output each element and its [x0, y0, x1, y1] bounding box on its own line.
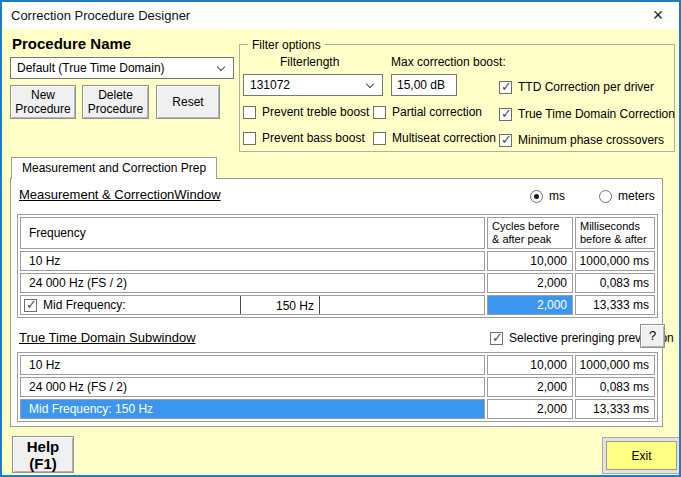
- correction-procedure-designer-window: Correction Procedure Designer × Procedur…: [0, 0, 681, 477]
- checkbox-icon: [243, 106, 256, 119]
- prevent-treble-boost-checkbox[interactable]: Prevent treble boost: [243, 105, 369, 119]
- cycles-column-header: Cycles before & after peak: [487, 217, 573, 249]
- cycles-cell[interactable]: 2,000: [487, 399, 573, 419]
- cycles-cell[interactable]: 2,000: [487, 273, 573, 293]
- checkbox-label: Prevent bass boost: [262, 131, 365, 145]
- procedure-dropdown[interactable]: Default (True Time Domain): [10, 57, 234, 79]
- new-procedure-button[interactable]: New Procedure: [10, 85, 76, 119]
- filterlength-label: Filterlength: [280, 55, 339, 69]
- delete-procedure-button[interactable]: Delete Procedure: [82, 85, 149, 119]
- cycles-cell[interactable]: 2,000: [487, 295, 573, 315]
- milliseconds-cell: 13,333 ms: [575, 295, 655, 315]
- procedure-dropdown-value: Default (True Time Domain): [17, 61, 165, 75]
- close-icon[interactable]: ×: [646, 4, 670, 27]
- checkbox-icon: [373, 132, 386, 145]
- radio-label: ms: [549, 189, 565, 203]
- milliseconds-cell: 1000,000 ms: [575, 251, 655, 271]
- measurement-correction-prep-tabpage: Measurement & CorrectionWindow ms meters…: [10, 178, 663, 427]
- measurement-correction-window-heading: Measurement & CorrectionWindow: [19, 187, 221, 202]
- table-row: Mid Frequency: 150 Hz 2,000 13,333 ms: [20, 399, 655, 419]
- frequency-cell[interactable]: Mid Frequency: 150 Hz: [20, 399, 485, 419]
- max-correction-boost-label: Max correction boost:: [391, 55, 506, 69]
- checkbox-label: Prevent treble boost: [262, 105, 369, 119]
- radio-icon: [599, 190, 612, 203]
- checkbox-label: True Time Domain Correction: [518, 107, 675, 121]
- frequency-cell: 10 Hz: [20, 355, 485, 375]
- exit-button[interactable]: Exit: [606, 441, 677, 470]
- chevron-down-icon: [366, 80, 374, 88]
- checkbox-label: Multiseat correction: [392, 131, 496, 145]
- window-title: Correction Procedure Designer: [11, 8, 190, 23]
- true-time-domain-correction-checkbox[interactable]: True Time Domain Correction: [499, 107, 675, 121]
- filter-options-legend: Filter options: [248, 38, 325, 52]
- mid-frequency-input[interactable]: [240, 295, 320, 315]
- table-row: 24 000 Hz (FS / 2) 2,000 0,083 ms: [20, 273, 655, 293]
- table-row: 10 Hz 10,000 1000,000 ms: [20, 251, 655, 271]
- milliseconds-column-header: Milliseconds before & after: [575, 217, 655, 249]
- title-bar: Correction Procedure Designer ×: [2, 2, 679, 29]
- checkbox-label: Minimum phase crossovers: [518, 133, 664, 147]
- filterlength-value: 131072: [250, 78, 290, 92]
- frequency-cell: 24 000 Hz (FS / 2): [20, 273, 485, 293]
- reset-button[interactable]: Reset: [156, 85, 220, 119]
- true-time-domain-subwindow-heading: True Time Domain Subwindow: [19, 330, 196, 345]
- max-correction-boost-input[interactable]: [391, 74, 457, 96]
- checkbox-icon: [373, 106, 386, 119]
- multiseat-correction-checkbox[interactable]: Multiseat correction: [373, 131, 496, 145]
- unit-meters-radio[interactable]: meters: [599, 189, 655, 203]
- table-header-row: Frequency Cycles before & after peak Mil…: [20, 217, 655, 249]
- checkbox-icon: [499, 134, 512, 147]
- chevron-down-icon: [217, 63, 225, 71]
- ttd-correction-per-driver-checkbox[interactable]: TTD Correction per driver: [499, 80, 654, 94]
- cycles-cell[interactable]: 10,000: [487, 355, 573, 375]
- help-f1-button[interactable]: Help (F1): [12, 436, 74, 473]
- filterlength-dropdown[interactable]: 131072: [243, 74, 383, 96]
- table-row: 24 000 Hz (FS / 2) 2,000 0,083 ms: [20, 377, 655, 397]
- prevent-bass-boost-checkbox[interactable]: Prevent bass boost: [243, 131, 365, 145]
- mid-frequency-cell: Mid Frequency:: [20, 295, 485, 315]
- table-row: Mid Frequency: 2,000 13,333 ms: [20, 295, 655, 315]
- checkbox-icon: [499, 81, 512, 94]
- checkbox-icon: [499, 108, 512, 121]
- mid-frequency-checkbox[interactable]: [24, 299, 37, 312]
- checkbox-icon: [490, 332, 503, 345]
- milliseconds-cell: 13,333 ms: [575, 399, 655, 419]
- milliseconds-cell: 1000,000 ms: [575, 355, 655, 375]
- minimum-phase-crossovers-checkbox[interactable]: Minimum phase crossovers: [499, 133, 664, 147]
- subwindow-table: 10 Hz 10,000 1000,000 ms 24 000 Hz (FS /…: [17, 352, 658, 422]
- unit-ms-radio[interactable]: ms: [530, 189, 565, 203]
- cycles-cell[interactable]: 10,000: [487, 251, 573, 271]
- partial-correction-checkbox[interactable]: Partial correction: [373, 105, 482, 119]
- radio-icon: [530, 190, 543, 203]
- measurement-window-table: Frequency Cycles before & after peak Mil…: [17, 214, 658, 318]
- checkbox-label: TTD Correction per driver: [518, 80, 654, 94]
- milliseconds-cell: 0,083 ms: [575, 273, 655, 293]
- radio-label: meters: [618, 189, 655, 203]
- mid-frequency-label: Mid Frequency:: [43, 298, 126, 312]
- milliseconds-cell: 0,083 ms: [575, 377, 655, 397]
- frequency-cell: 24 000 Hz (FS / 2): [20, 377, 485, 397]
- table-row: 10 Hz 10,000 1000,000 ms: [20, 355, 655, 375]
- checkbox-label: Partial correction: [392, 105, 482, 119]
- help-question-button[interactable]: ?: [640, 324, 665, 348]
- procedure-name-heading: Procedure Name: [12, 35, 131, 52]
- checkbox-icon: [243, 132, 256, 145]
- cycles-cell[interactable]: 2,000: [487, 377, 573, 397]
- frequency-cell: 10 Hz: [20, 251, 485, 271]
- tab-measurement-and-correction-prep[interactable]: Measurement and Correction Prep: [11, 157, 217, 179]
- frequency-column-header: Frequency: [20, 217, 485, 249]
